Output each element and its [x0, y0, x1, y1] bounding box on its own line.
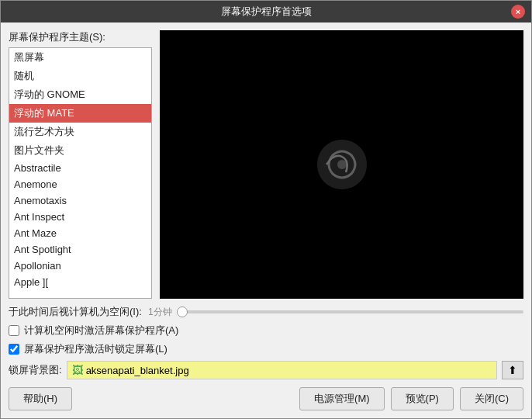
list-item[interactable]: Abstractile: [9, 160, 151, 176]
list-item[interactable]: 随机: [9, 67, 151, 85]
main-row: 屏幕保护程序主题(S): 黑屏幕随机浮动的 GNOME浮动的 MATE流行艺术方…: [9, 30, 523, 299]
lock-label[interactable]: 屏幕保护程序激活时锁定屏幕(L): [24, 342, 168, 356]
wallpaper-label: 锁屏背景图:: [9, 363, 62, 377]
list-item[interactable]: Apollonian: [9, 258, 151, 274]
list-item[interactable]: 浮动的 MATE: [9, 104, 151, 123]
button-row: 帮助(H) 电源管理(M) 预览(P) 关闭(C): [9, 387, 523, 410]
wallpaper-row: 锁屏背景图: 🖼 aksenapati_blanket.jpg ⬆: [9, 361, 523, 379]
list-item[interactable]: 黑屏幕: [9, 48, 151, 67]
mate-logo: [311, 133, 373, 196]
power-button[interactable]: 电源管理(M): [299, 387, 385, 410]
list-item[interactable]: Anemone: [9, 176, 151, 192]
slider-container: 1分钟: [148, 306, 523, 319]
idle-label: 于此时间后视计算机为空闲(I):: [9, 305, 142, 319]
activate-label[interactable]: 计算机空闲时激活屏幕保护程序(A): [24, 324, 178, 338]
list-item[interactable]: Anemotaxis: [9, 192, 151, 209]
list-item[interactable]: Ant Spotlight: [9, 241, 151, 258]
close-button[interactable]: 关闭(C): [460, 387, 523, 410]
wallpaper-icon: 🖼: [72, 364, 83, 376]
wallpaper-filename: aksenapati_blanket.jpg: [86, 365, 189, 376]
list-item[interactable]: Apple ][: [9, 274, 151, 290]
list-label: 屏幕保护程序主题(S):: [9, 30, 152, 44]
idle-row: 于此时间后视计算机为空闲(I): 1分钟: [9, 305, 523, 319]
list-section: 屏幕保护程序主题(S): 黑屏幕随机浮动的 GNOME浮动的 MATE流行艺术方…: [9, 30, 152, 299]
wallpaper-file[interactable]: 🖼 aksenapati_blanket.jpg: [67, 361, 497, 379]
screensaver-list[interactable]: 黑屏幕随机浮动的 GNOME浮动的 MATE流行艺术方块图片文件夹Abstrac…: [9, 47, 152, 299]
lock-checkbox[interactable]: [9, 344, 19, 355]
titlebar: 屏幕保护程序首选项 ×: [1, 1, 531, 23]
help-button[interactable]: 帮助(H): [9, 387, 72, 410]
list-item[interactable]: Ant Maze: [9, 225, 151, 241]
content-area: 屏幕保护程序主题(S): 黑屏幕随机浮动的 GNOME浮动的 MATE流行艺术方…: [1, 23, 531, 418]
activate-checkbox-row: 计算机空闲时激活屏幕保护程序(A): [9, 324, 523, 338]
list-item[interactable]: 图片文件夹: [9, 141, 151, 160]
list-item[interactable]: Ant Inspect: [9, 209, 151, 225]
right-buttons: 电源管理(M) 预览(P) 关闭(C): [299, 387, 523, 410]
svg-point-0: [337, 160, 347, 169]
preview-button[interactable]: 预览(P): [391, 387, 454, 410]
wallpaper-upload-button[interactable]: ⬆: [502, 361, 523, 379]
activate-checkbox[interactable]: [9, 325, 19, 336]
idle-slider[interactable]: [177, 310, 523, 313]
window-title: 屏幕保护程序首选项: [221, 5, 312, 17]
close-window-button[interactable]: ×: [511, 5, 525, 19]
upload-icon: ⬆: [508, 364, 517, 376]
idle-value-label: 1分钟: [148, 306, 172, 319]
lock-checkbox-row: 屏幕保护程序激活时锁定屏幕(L): [9, 342, 523, 356]
list-item[interactable]: 流行艺术方块: [9, 123, 151, 141]
main-window: 屏幕保护程序首选项 × 屏幕保护程序主题(S): 黑屏幕随机浮动的 GNOME浮…: [0, 0, 532, 419]
preview-area: [160, 30, 523, 299]
bottom-section: 于此时间后视计算机为空闲(I): 1分钟 计算机空闲时激活屏幕保护程序(A) 屏…: [9, 305, 523, 410]
list-item[interactable]: 浮动的 GNOME: [9, 85, 151, 104]
